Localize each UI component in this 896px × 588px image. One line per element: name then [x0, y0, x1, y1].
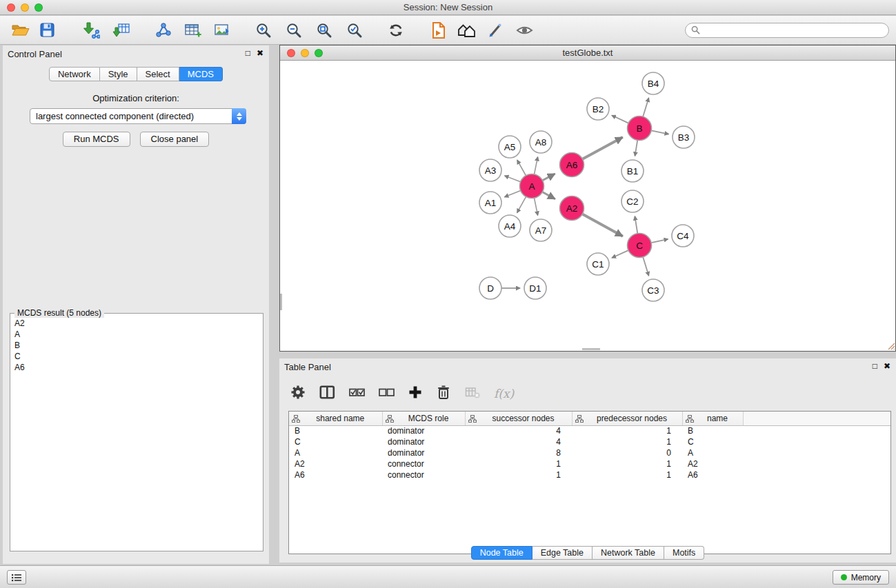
- new-network-button[interactable]: [152, 20, 173, 41]
- mcds-result-item[interactable]: B: [14, 340, 259, 351]
- network-edge-C-C4[interactable]: [651, 239, 668, 243]
- network-node-D[interactable]: D: [479, 277, 501, 299]
- horizontal-scrollbar-thumb[interactable]: [582, 348, 600, 350]
- mcds-result-item[interactable]: A6: [14, 362, 259, 373]
- table-row[interactable]: Bdominator41B: [289, 425, 890, 436]
- vertical-scrollbar-thumb[interactable]: [280, 294, 282, 310]
- table-row[interactable]: A6connector11A6: [289, 469, 890, 480]
- float-panel-icon[interactable]: □: [246, 48, 250, 58]
- delete-table-button[interactable]: [465, 385, 480, 402]
- network-edge-A-A6[interactable]: [542, 174, 555, 181]
- network-node-A7[interactable]: A7: [530, 219, 552, 241]
- network-edge-A-A7[interactable]: [534, 198, 537, 215]
- mcds-result-item[interactable]: A: [14, 329, 259, 340]
- function-builder-button[interactable]: f(x): [494, 387, 514, 401]
- network-edge-A6-B[interactable]: [582, 137, 622, 159]
- close-window-button[interactable]: [7, 3, 15, 12]
- show-columns-button[interactable]: [319, 385, 335, 403]
- tab-edge-table[interactable]: Edge Table: [532, 546, 593, 560]
- network-edge-C-C1[interactable]: [612, 250, 628, 258]
- resize-grip-icon[interactable]: [887, 342, 895, 350]
- zoom-in-button[interactable]: [253, 20, 274, 41]
- close-panel-button[interactable]: Close panel: [140, 132, 210, 147]
- annotation-button[interactable]: [485, 20, 506, 41]
- float-panel-icon[interactable]: □: [873, 361, 877, 371]
- export-image-button[interactable]: [212, 20, 232, 41]
- network-node-C1[interactable]: C1: [587, 253, 609, 275]
- network-edge-A-A1[interactable]: [504, 190, 520, 196]
- network-node-A4[interactable]: A4: [499, 215, 521, 237]
- column-header-name[interactable]: name: [682, 412, 743, 425]
- network-node-A3[interactable]: A3: [479, 159, 501, 181]
- select-all-button[interactable]: [349, 387, 365, 401]
- show-hide-button[interactable]: [514, 20, 535, 41]
- copy-document-button[interactable]: [428, 20, 449, 41]
- network-node-A[interactable]: A: [520, 174, 544, 199]
- network-edge-B-B4[interactable]: [643, 98, 648, 116]
- network-edge-A-A8[interactable]: [534, 157, 537, 174]
- tab-mcds[interactable]: MCDS: [179, 67, 223, 81]
- network-node-A2[interactable]: A2: [560, 196, 584, 221]
- network-edge-A-A4[interactable]: [517, 196, 526, 212]
- network-node-B2[interactable]: B2: [587, 98, 609, 120]
- network-minimize-button[interactable]: [301, 49, 309, 57]
- network-node-C3[interactable]: C3: [642, 279, 664, 301]
- network-node-C[interactable]: C: [628, 234, 652, 258]
- tab-select[interactable]: Select: [137, 67, 179, 81]
- network-node-C4[interactable]: C4: [672, 225, 694, 247]
- optimization-criterion-select[interactable]: largest connected component (directed): [30, 108, 246, 124]
- save-session-button[interactable]: [37, 20, 57, 41]
- search-input[interactable]: [704, 25, 883, 36]
- network-edge-A2-C[interactable]: [582, 214, 623, 236]
- network-edge-C-C2[interactable]: [635, 216, 637, 234]
- deselect-all-button[interactable]: [379, 387, 395, 401]
- network-node-B1[interactable]: B1: [621, 160, 644, 182]
- run-mcds-button[interactable]: Run MCDS: [63, 132, 130, 147]
- refresh-button[interactable]: [386, 20, 406, 41]
- network-edge-A-A5[interactable]: [517, 160, 526, 176]
- mcds-result-item[interactable]: A2: [14, 318, 259, 329]
- add-column-button[interactable]: [408, 385, 422, 402]
- network-node-B3[interactable]: B3: [673, 126, 695, 148]
- column-header-successor-nodes[interactable]: successor nodes: [465, 412, 572, 425]
- close-panel-icon[interactable]: ✖: [884, 361, 890, 371]
- import-table-button[interactable]: [111, 20, 132, 41]
- network-maximize-button[interactable]: [315, 49, 323, 57]
- network-node-A8[interactable]: A8: [530, 131, 552, 153]
- toolbar-search[interactable]: [685, 23, 889, 38]
- zoom-out-button[interactable]: [283, 20, 304, 41]
- minimize-window-button[interactable]: [21, 3, 29, 12]
- open-session-button[interactable]: [10, 20, 31, 41]
- network-canvas-area[interactable]: B4B2BB3A8A5A6B1A3AC2A1A2A4A7C4CC1C3DD1: [280, 61, 895, 350]
- column-header-predecessor-nodes[interactable]: predecessor nodes: [572, 412, 682, 425]
- column-header-MCDS-role[interactable]: MCDS role: [382, 412, 465, 425]
- import-network-button[interactable]: [81, 20, 101, 41]
- task-history-button[interactable]: [7, 570, 26, 585]
- network-edge-B-B2[interactable]: [612, 115, 628, 123]
- table-row[interactable]: Adominator80A: [289, 447, 890, 458]
- home-button[interactable]: [456, 20, 477, 41]
- mcds-result-item[interactable]: C: [14, 351, 259, 362]
- tab-node-table[interactable]: Node Table: [471, 546, 532, 560]
- network-edge-C-C3[interactable]: [643, 257, 648, 276]
- zoom-selected-button[interactable]: [344, 20, 365, 41]
- new-table-button[interactable]: [182, 20, 203, 41]
- column-header-shared-name[interactable]: shared name: [289, 412, 382, 425]
- tab-network-table[interactable]: Network Table: [593, 546, 664, 560]
- network-node-B[interactable]: B: [628, 116, 652, 141]
- network-node-C2[interactable]: C2: [621, 190, 644, 212]
- maximize-window-button[interactable]: [34, 3, 43, 12]
- network-edge-A-A3[interactable]: [505, 176, 521, 182]
- close-panel-icon[interactable]: ✖: [257, 48, 263, 58]
- table-row[interactable]: A2connector11A2: [289, 458, 890, 469]
- network-edge-A-A2[interactable]: [542, 192, 555, 199]
- zoom-fit-button[interactable]: [314, 20, 335, 41]
- memory-button[interactable]: Memory: [833, 570, 889, 585]
- delete-column-button[interactable]: [436, 385, 451, 403]
- network-node-B4[interactable]: B4: [642, 72, 664, 94]
- tab-network[interactable]: Network: [49, 67, 100, 81]
- network-node-A1[interactable]: A1: [479, 192, 501, 214]
- network-node-D1[interactable]: D1: [524, 277, 546, 299]
- network-node-A6[interactable]: A6: [560, 153, 584, 177]
- network-close-button[interactable]: [287, 49, 295, 57]
